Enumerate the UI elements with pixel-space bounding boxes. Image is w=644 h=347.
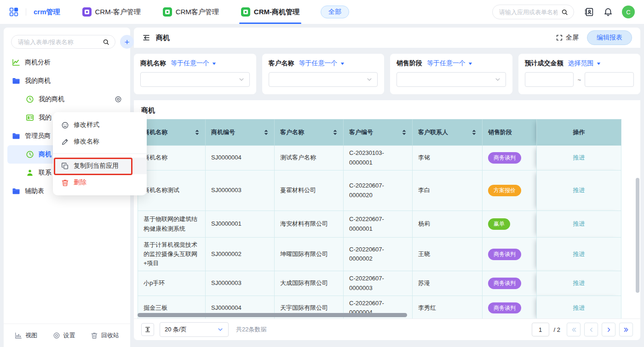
- screen: crm管理 CRM-客户管理CRM客户管理CRM-商机管理 全部 C + 商机分…: [0, 0, 644, 347]
- action-cell: 推进: [537, 296, 621, 319]
- customer-code-cell: C-20230103-0000001: [344, 146, 413, 171]
- sidebar-item[interactable]: 商机分析: [7, 53, 126, 72]
- filter-operator-label: 等于任意一个: [171, 59, 209, 68]
- folder-icon: [12, 132, 20, 140]
- global-search-input[interactable]: [498, 8, 558, 16]
- column-header[interactable]: 商机编号: [206, 119, 275, 146]
- sidebar-footer-视图[interactable]: 视图: [15, 331, 37, 340]
- avatar[interactable]: C: [622, 6, 635, 18]
- style-icon: [61, 121, 69, 129]
- form-search-input[interactable]: [17, 38, 100, 46]
- vertical-scrollbar[interactable]: [636, 178, 639, 293]
- opportunity-code-cell: SJ0000003: [206, 271, 275, 296]
- table-row: 基于计算机视觉技术的监控摄像头互联网+项目SJ0000002坤曜国际有限公司C-…: [138, 238, 621, 271]
- edit-report-button[interactable]: 编辑报表: [587, 30, 632, 45]
- sidebar-footer-设置[interactable]: 设置: [53, 331, 75, 340]
- filter-operator[interactable]: 等于任意一个: [299, 59, 345, 68]
- page-size-select[interactable]: 20 条/页: [160, 322, 229, 337]
- advance-link[interactable]: 推进: [573, 250, 585, 257]
- filter-field-label: 销售阶段: [397, 59, 422, 68]
- chevron-down-icon: [238, 76, 245, 83]
- advance-link[interactable]: 推进: [573, 154, 585, 161]
- filter-operator[interactable]: 等于任意一个: [427, 59, 473, 68]
- sort-icon[interactable]: [333, 129, 338, 136]
- context-menu-item-label: 删除: [74, 178, 86, 187]
- column-header[interactable]: 客户联系人: [413, 119, 483, 146]
- chevron-down-icon: [217, 326, 224, 333]
- table-row: 基于物联网的建筑结构健康检测系统SJ0000001海安材料有限公司C-20220…: [138, 211, 621, 238]
- filter-select[interactable]: [140, 72, 250, 87]
- sort-icon[interactable]: [402, 129, 407, 136]
- filter-operator[interactable]: 等于任意一个: [171, 59, 217, 68]
- sort-icon[interactable]: [195, 129, 200, 136]
- app-tab[interactable]: CRM-商机管理: [241, 0, 299, 24]
- sidebar-footer-label: 视图: [25, 331, 37, 340]
- address-book-icon[interactable]: [584, 7, 593, 17]
- column-header: 销售阶段: [483, 119, 537, 146]
- filter-body: [140, 72, 250, 87]
- advance-link[interactable]: 推进: [573, 304, 585, 311]
- sidebar-item-label: 我的: [39, 114, 52, 122]
- table-row: 商机名称测试SJ0000003蔓霍材料公司C-20220607-0000020李…: [138, 171, 621, 211]
- page-title: 商机: [156, 34, 170, 42]
- fullscreen-button[interactable]: 全屏: [556, 34, 579, 42]
- range-min-input[interactable]: [525, 72, 574, 87]
- column-header-inner: 客户名称: [280, 128, 338, 137]
- context-menu-item[interactable]: 修改名称: [53, 133, 147, 150]
- next-page-button[interactable]: [602, 323, 615, 336]
- app-tab[interactable]: CRM-客户管理: [82, 0, 141, 24]
- filter-select[interactable]: [397, 72, 506, 87]
- horizontal-scrollbar[interactable]: [138, 313, 407, 317]
- context-menu-item[interactable]: 复制到当前应用: [53, 158, 147, 174]
- last-page-button[interactable]: [619, 323, 633, 336]
- table-header-row: 商机名称商机编号客户名称客户编号客户联系人销售阶段操作: [138, 119, 621, 146]
- global-search[interactable]: [492, 5, 574, 19]
- filter-select[interactable]: [269, 72, 378, 87]
- range-max-input[interactable]: [585, 72, 634, 87]
- sort-icon[interactable]: [264, 129, 269, 136]
- column-header[interactable]: 客户编号: [344, 119, 413, 146]
- sort-icon[interactable]: [472, 129, 477, 136]
- column-header[interactable]: 商机名称: [138, 119, 206, 146]
- sidebar-item-label: 我的商机: [25, 77, 51, 85]
- app-icon: [82, 7, 92, 17]
- action-cell: 推进: [537, 211, 621, 238]
- stage-badge: 方案报价: [488, 185, 521, 196]
- advance-link[interactable]: 推进: [573, 220, 585, 227]
- advance-link[interactable]: 推进: [573, 279, 585, 286]
- row-height-button[interactable]: [141, 323, 154, 336]
- all-apps-pill[interactable]: 全部: [321, 6, 349, 18]
- gear-icon[interactable]: [115, 96, 122, 103]
- collapse-sidebar-icon[interactable]: [142, 34, 150, 42]
- sidebar-item[interactable]: 我的商机: [7, 90, 126, 108]
- prev-page-button: [584, 323, 598, 336]
- filter-body: [397, 72, 506, 87]
- sidebar-item-label: 商机分析: [25, 58, 51, 67]
- page-number-input[interactable]: 1: [532, 323, 549, 336]
- context-menu-item[interactable]: 修改样式: [53, 117, 147, 133]
- column-header[interactable]: 客户名称: [275, 119, 344, 146]
- context-menu-item[interactable]: 删除: [53, 174, 147, 191]
- sidebar-item[interactable]: 我的商机: [7, 72, 126, 90]
- sidebar-item-label: 联系: [39, 169, 52, 177]
- current-app-link[interactable]: crm管理: [34, 8, 60, 17]
- customer-code-cell: C-20220607-0000003: [344, 271, 413, 296]
- advance-link[interactable]: 推进: [573, 187, 585, 193]
- first-page-button: [567, 323, 581, 336]
- app-tab-label: CRM-客户管理: [95, 8, 141, 17]
- chevron-down-icon: [494, 76, 501, 83]
- bell-icon[interactable]: [604, 7, 613, 17]
- opportunity-name-cell: 基于物联网的建筑结构健康检测系统: [138, 211, 206, 238]
- filter-head: 预计成交金额选择范围: [525, 59, 634, 68]
- app-grid-icon[interactable]: [9, 7, 18, 17]
- filter-operator[interactable]: 选择范围: [568, 59, 601, 68]
- sidebar-footer-回收站[interactable]: 回收站: [91, 331, 119, 340]
- form-search[interactable]: [11, 35, 115, 49]
- add-form-button[interactable]: +: [120, 35, 134, 49]
- filter-card: 商机名称等于任意一个: [134, 54, 256, 94]
- table-footer: 20 条/页 共22条数据 1 / 2: [134, 319, 640, 340]
- stage-cell: 商务谈判: [483, 296, 537, 319]
- search-icon: [103, 39, 109, 46]
- stage-cell: 赢单: [483, 211, 537, 238]
- app-tab[interactable]: CRM客户管理: [163, 0, 219, 24]
